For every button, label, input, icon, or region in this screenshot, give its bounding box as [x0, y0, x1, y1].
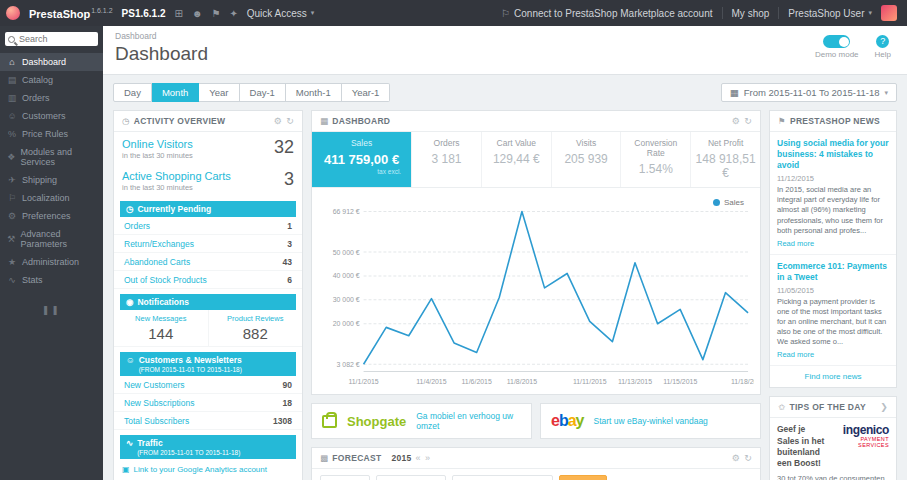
- period-button-year[interactable]: Year: [199, 83, 239, 102]
- sidebar-item-orders[interactable]: ▥Orders: [0, 89, 103, 107]
- sidebar-item-advanced-parameters[interactable]: ⚒Advanced Parameters: [0, 225, 103, 253]
- new-subscriptions-link[interactable]: New Subscriptions: [124, 398, 194, 408]
- tips-panel-header: ✩ Tips of the day ❯: [770, 397, 896, 418]
- news-item: Ecommerce 101: Payments in a Tweet 11/05…: [770, 255, 896, 367]
- shopgate-link[interactable]: Ga mobiel en verhoog uw omzet: [416, 411, 521, 431]
- sidebar-item-dashboard[interactable]: ⌂Dashboard: [0, 53, 103, 71]
- traffic-title: Traffic: [137, 438, 163, 448]
- kpi-cart-value[interactable]: Cart Value 129,44 €: [482, 132, 552, 187]
- pending-orders-link[interactable]: Orders: [124, 221, 150, 231]
- svg-text:11/8/2015: 11/8/2015: [507, 378, 537, 385]
- avatar[interactable]: [881, 5, 897, 21]
- demo-mode-toggle[interactable]: Demo mode: [815, 35, 859, 59]
- quick-access-menu[interactable]: Quick Access▾: [247, 8, 315, 19]
- refresh-icon[interactable]: ↻: [744, 453, 752, 463]
- new-subscriptions-value: 18: [283, 398, 292, 408]
- refresh-icon[interactable]: ↻: [286, 116, 294, 126]
- sidebar-item-customers[interactable]: ☺Customers: [0, 107, 103, 125]
- sidebar-item-shipping[interactable]: ✈Shipping: [0, 171, 103, 189]
- kpi-orders[interactable]: Orders 3 181: [412, 132, 482, 187]
- out-of-stock-value: 6: [287, 275, 292, 285]
- google-analytics-link[interactable]: ▣ Link to your Google Analytics account: [114, 459, 302, 480]
- help-icon[interactable]: ?: [876, 35, 889, 48]
- chart-legend[interactable]: Sales: [713, 198, 744, 207]
- help-button[interactable]: ? Help: [875, 35, 891, 59]
- svg-text:11/15/2015: 11/15/2015: [663, 378, 697, 385]
- sidebar-item-price-rules[interactable]: %Price Rules: [0, 125, 103, 143]
- pending-returns-link[interactable]: Return/Exchanges: [124, 239, 194, 249]
- search-input[interactable]: [19, 34, 95, 44]
- period-button-year-1[interactable]: Year-1: [342, 83, 391, 102]
- refresh-icon[interactable]: ↻: [744, 116, 752, 126]
- sidebar-item-localization[interactable]: ⚐Localization: [0, 189, 103, 207]
- ebay-promo[interactable]: ebay Start uw eBay-winkel vandaag: [540, 403, 761, 439]
- abandoned-carts-link[interactable]: Abandoned Carts: [124, 257, 190, 267]
- pending-row-returns[interactable]: Return/Exchanges 3: [114, 235, 302, 253]
- prev-year-button[interactable]: «: [416, 453, 421, 463]
- forecast-panel-header: ▩ Forecast 2015 « » ⚙ ↻: [312, 448, 760, 469]
- rocket-icon[interactable]: ✦: [229, 8, 237, 19]
- total-subscribers-link[interactable]: Total Subscribers: [124, 416, 189, 426]
- forecast-legend-traffic[interactable]: Traffic: [320, 475, 370, 480]
- out-of-stock-link[interactable]: Out of Stock Products: [124, 275, 207, 285]
- chevron-right-icon[interactable]: ❯: [880, 402, 888, 412]
- online-visitors-metric: Online Visitors in the last 30 minutes 3…: [114, 132, 302, 164]
- user-menu[interactable]: PrestaShop User▾: [788, 8, 872, 19]
- sidebar-item-stats[interactable]: ∿Stats: [0, 271, 103, 289]
- sidebar-item-administration[interactable]: ★Administration: [0, 253, 103, 271]
- kpi-sales[interactable]: Sales 411 759,00 € tax excl.: [312, 132, 412, 187]
- new-customers-link[interactable]: New Customers: [124, 380, 184, 390]
- shop-name-link[interactable]: PS1.6.1.2: [122, 8, 166, 19]
- kpi-visits-value: 205 939: [556, 152, 617, 166]
- pending-row-orders[interactable]: Orders 1: [114, 217, 302, 235]
- sidebar-search[interactable]: [5, 32, 98, 46]
- forecast-legend-sales[interactable]: Sales: [559, 475, 607, 480]
- divider: [778, 7, 779, 19]
- forecast-legend-average-cart-value[interactable]: Average Cart Value: [452, 475, 552, 480]
- find-more-news-link[interactable]: Find more news: [770, 366, 896, 387]
- period-button-month[interactable]: Month: [152, 83, 199, 102]
- product-reviews-stat[interactable]: Product Reviews 882: [208, 310, 303, 346]
- pending-row-abandoned-carts[interactable]: Abandoned Carts 43: [114, 253, 302, 271]
- notifications-title: Notifications: [137, 297, 188, 307]
- toggle-icon[interactable]: [823, 35, 850, 48]
- currently-pending-title: Currently Pending: [137, 204, 211, 214]
- new-messages-stat[interactable]: New Messages 144: [114, 310, 208, 346]
- kpi-conversion-rate[interactable]: Conversion Rate 1.54%: [621, 132, 691, 187]
- my-shop-link[interactable]: My shop: [732, 8, 770, 19]
- period-button-day-1[interactable]: Day-1: [240, 83, 286, 102]
- date-range-button[interactable]: ▦ From 2015-11-01 To 2015-11-18 ▾: [721, 83, 897, 102]
- sidebar-item-modules[interactable]: ❖Modules and Services: [0, 143, 103, 171]
- cart-icon[interactable]: ⊞: [174, 8, 182, 19]
- ebay-link[interactable]: Start uw eBay-winkel vandaag: [594, 416, 708, 426]
- gear-icon[interactable]: ⚙: [274, 116, 282, 126]
- shopgate-promo[interactable]: Shopgate Ga mobiel en verhoog uw omzet: [311, 403, 532, 439]
- pending-row-out-of-stock[interactable]: Out of Stock Products 6: [114, 271, 302, 289]
- new-subscriptions-row[interactable]: New Subscriptions 18: [114, 394, 302, 412]
- kpi-net-profit[interactable]: Net Profit 148 918,51 €: [691, 132, 760, 187]
- news-headline-link[interactable]: Using social media for your business: 4 …: [777, 138, 889, 171]
- bullhorn-icon: ⚐: [501, 8, 510, 19]
- next-year-button[interactable]: »: [425, 453, 430, 463]
- read-more-link[interactable]: Read more: [777, 350, 814, 359]
- forecast-legend-conversion[interactable]: Conversion: [376, 475, 446, 480]
- gear-icon[interactable]: ⚙: [732, 453, 740, 463]
- sidebar-item-preferences[interactable]: ⚙Preferences: [0, 207, 103, 225]
- megaphone-icon[interactable]: ⚑: [211, 8, 220, 19]
- page-title: Dashboard: [115, 43, 895, 65]
- news-headline-link[interactable]: Ecommerce 101: Payments in a Tweet: [777, 261, 889, 283]
- kpi-net-profit-label: Net Profit: [695, 138, 756, 148]
- read-more-link[interactable]: Read more: [777, 239, 814, 248]
- total-subscribers-row[interactable]: Total Subscribers 1308: [114, 412, 302, 430]
- customers-icon[interactable]: ☻: [192, 8, 203, 19]
- sidebar-item-catalog[interactable]: ▤Catalog: [0, 71, 103, 89]
- period-button-month-1[interactable]: Month-1: [286, 83, 342, 102]
- tips-headline: Geef je Sales in het buitenland een Boos…: [777, 424, 829, 468]
- kpi-visits[interactable]: Visits 205 939: [552, 132, 622, 187]
- period-button-day[interactable]: Day: [113, 83, 152, 102]
- sidebar-collapse-handle[interactable]: ❚❚: [42, 305, 61, 315]
- svg-text:20 000 €: 20 000 €: [333, 320, 360, 327]
- new-customers-row[interactable]: New Customers 90: [114, 376, 302, 394]
- gear-icon[interactable]: ⚙: [732, 116, 740, 126]
- marketplace-link[interactable]: ⚐Connect to PrestaShop Marketplace accou…: [501, 8, 712, 19]
